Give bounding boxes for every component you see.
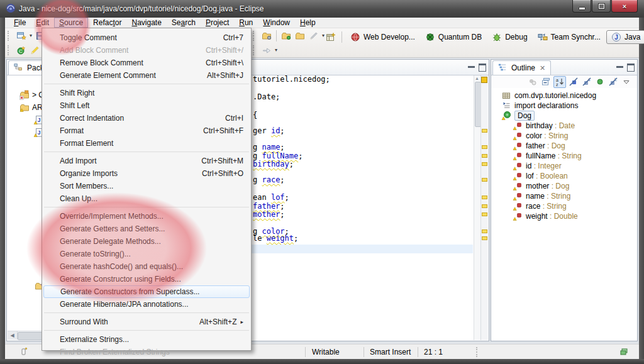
menu-item-clean-up[interactable]: Clean Up... <box>42 192 251 205</box>
minimize-panel-icon[interactable] <box>616 63 623 68</box>
menubar-item-refactor[interactable]: Refactor <box>88 18 126 28</box>
warning-marker-icon[interactable] <box>482 145 487 149</box>
outline-node-com-dvp-tutoriel-nicedog[interactable]: com.dvp.tutoriel.nicedog <box>491 91 637 101</box>
open-type-icon[interactable] <box>279 29 293 43</box>
menubar-item-help[interactable]: Help <box>295 18 321 28</box>
new-wizard-icon[interactable] <box>14 29 28 43</box>
hide-static-icon[interactable]: s <box>581 77 592 87</box>
java-perspective-icon[interactable]: J <box>611 32 621 42</box>
maximize-button[interactable] <box>592 0 611 13</box>
outline-field-race[interactable]: race : String <box>491 201 637 211</box>
menubar-item-project[interactable]: Project <box>201 18 234 28</box>
outline-field-color[interactable]: color : String <box>491 131 637 141</box>
field-private-warning-icon[interactable] <box>513 131 523 141</box>
debug-perspective-icon[interactable] <box>492 32 502 42</box>
outline-node-dog[interactable]: Dog <box>491 111 637 121</box>
outline-field-father[interactable]: father : Dog <box>491 141 637 151</box>
warning-marker-icon[interactable] <box>482 212 487 216</box>
open-resource-icon[interactable] <box>293 29 307 43</box>
outline-field-birthday[interactable]: birthday : Date <box>491 121 637 131</box>
warning-marker-icon[interactable] <box>482 162 487 166</box>
field-private-warning-icon[interactable] <box>513 151 523 161</box>
warning-marker-icon[interactable] <box>482 129 487 133</box>
team-perspective-icon[interactable] <box>538 32 548 42</box>
field-private-warning-icon[interactable] <box>513 141 523 151</box>
sort-icon[interactable]: az <box>553 76 566 88</box>
outline-field-mother[interactable]: mother : Dog <box>491 181 637 191</box>
hide-fields-icon[interactable] <box>568 77 579 87</box>
field-private-warning-icon[interactable] <box>513 211 523 221</box>
field-private-warning-icon[interactable] <box>513 161 523 171</box>
menubar-item-window[interactable]: Window <box>258 18 295 28</box>
highlighter-icon[interactable] <box>28 43 42 57</box>
outline-field-id[interactable]: id : Integer <box>491 161 637 171</box>
perspective-button-team-synchr[interactable]: Team Synchr... <box>533 31 605 43</box>
show-public-icon[interactable] <box>594 77 606 87</box>
new-class-icon[interactable]: C <box>14 43 28 57</box>
menu-item-generate-element-comment[interactable]: Generate Element CommentAlt+Shift+J <box>42 69 251 82</box>
field-private-warning-icon[interactable] <box>513 201 523 211</box>
field-private-warning-icon[interactable] <box>513 121 523 131</box>
hide-local-icon[interactable]: L <box>608 77 619 87</box>
close-tab-icon[interactable]: ✕ <box>540 64 545 72</box>
menu-item-generate-delegate-methods[interactable]: Generate Delegate Methods... <box>42 235 251 248</box>
menu-item-generate-hibernate-jpa-annotations[interactable]: Generate Hibernate/JPA annotations... <box>42 298 251 311</box>
menu-item-add-import[interactable]: Add ImportCtrl+Shift+M <box>42 155 251 167</box>
warning-marker-icon[interactable] <box>482 204 487 208</box>
menubar-item-run[interactable]: Run <box>234 18 258 28</box>
perspective-button-quantum-db[interactable]: Quantum DB <box>421 31 486 43</box>
import-declarations-icon[interactable] <box>501 101 511 111</box>
outline-field-weight[interactable]: weight : Double <box>491 211 637 221</box>
menu-item-shift-left[interactable]: Shift Left <box>42 99 251 112</box>
editor-pin-icon[interactable] <box>19 346 30 358</box>
menu-item-generate-hashcode-and-equals[interactable]: Generate hashCode() and equals()... <box>42 260 251 273</box>
toolbar-drag-handle[interactable] <box>253 45 257 55</box>
field-private-warning-icon[interactable] <box>513 181 523 191</box>
overview-ruler[interactable] <box>480 75 488 340</box>
toolbar-drag-handle[interactable] <box>253 31 257 41</box>
warning-marker-icon[interactable] <box>482 178 487 182</box>
menu-item-generate-constructor-using-fields[interactable]: Generate Constructor using Fields... <box>42 273 251 285</box>
menu-item-format[interactable]: FormatCtrl+Shift+F <box>42 124 251 137</box>
toolbar-drag-handle[interactable] <box>8 45 11 55</box>
title-bar[interactable]: Java - nice-dog/src/main/java/com/dvp/tu… <box>0 0 644 18</box>
perspective-button-debug[interactable]: Debug <box>487 31 531 43</box>
quantumdb-perspective-icon[interactable] <box>425 32 435 42</box>
menu-item-sort-members[interactable]: Sort Members... <box>42 180 251 192</box>
menu-item-generate-getters-and-setters[interactable]: Generate Getters and Setters... <box>42 223 251 235</box>
outline-field-lof[interactable]: lof : Boolean <box>491 171 637 181</box>
open-perspective-icon[interactable] <box>324 30 338 44</box>
tab-outline[interactable]: Outline ✕ <box>492 60 551 75</box>
menu-item-find-broken-externalized-strings[interactable]: Find Broken Externalized Strings <box>42 346 251 358</box>
collapse-all-icon[interactable] <box>540 77 552 87</box>
menu-item-toggle-comment[interactable]: Toggle CommentCtrl+7 <box>42 31 251 44</box>
field-private-warning-icon[interactable] <box>513 191 523 201</box>
menu-item-shift-right[interactable]: Shift Right <box>42 87 251 99</box>
perspective-button-web-develop[interactable]: Web Develop... <box>346 31 419 43</box>
project-error-icon[interactable] <box>19 90 30 100</box>
menu-item-correct-indentation[interactable]: Correct IndentationCtrl+I <box>42 112 251 124</box>
outline-field-fullname[interactable]: fullName : String <box>491 151 637 161</box>
minimize-button[interactable] <box>572 0 591 13</box>
warning-marker-icon[interactable] <box>482 196 487 199</box>
menu-item-organize-imports[interactable]: Organize ImportsCtrl+Shift+O <box>42 167 251 180</box>
project-warning-icon[interactable] <box>19 102 30 113</box>
warning-marker-icon[interactable] <box>482 236 487 240</box>
tree-item-c[interactable]: > C <box>19 90 44 100</box>
outline-field-name[interactable]: name : String <box>491 191 637 201</box>
warning-marker-icon[interactable] <box>482 229 487 233</box>
menubar-item-search[interactable]: Search <box>167 18 201 28</box>
menu-item-generate-tostring[interactable]: Generate toString()... <box>42 248 251 260</box>
mark-occurrences-pen-icon[interactable] <box>307 29 321 43</box>
overview-marker-icon[interactable] <box>481 77 487 83</box>
tree-item-ar[interactable]: AR <box>19 102 43 113</box>
next-annotation-icon[interactable] <box>260 43 274 57</box>
dropdown-arrow-icon[interactable]: ▾ <box>275 47 277 53</box>
scroll-up-icon[interactable]: ▲ <box>475 76 479 80</box>
menu-item-externalize-strings[interactable]: Externalize Strings... <box>42 333 251 346</box>
open-folder-gear-icon[interactable] <box>260 29 274 43</box>
menu-item-generate-constructors-from-superclass[interactable]: Generate Constructors from Superclass... <box>43 285 250 298</box>
scroll-left-icon[interactable]: ◀ <box>8 331 18 339</box>
toolbar-drag-handle[interactable] <box>8 31 11 41</box>
perspective-button-java[interactable]: JJava <box>606 30 644 44</box>
